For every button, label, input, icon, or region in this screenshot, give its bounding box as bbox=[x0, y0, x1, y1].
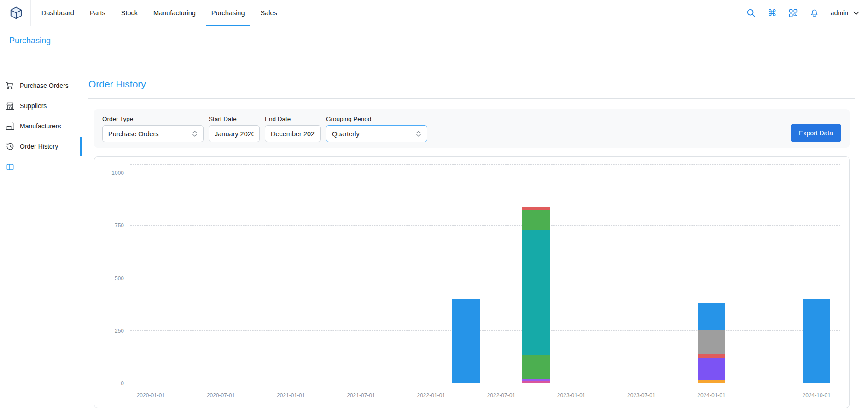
order-type-field: Order Type Purchase Orders bbox=[102, 116, 204, 142]
start-date-label: Start Date bbox=[209, 116, 260, 122]
chevron-up-down-icon bbox=[192, 130, 198, 137]
end-date-input[interactable] bbox=[265, 125, 321, 142]
shopping-cart-icon bbox=[6, 81, 15, 90]
search-icon[interactable] bbox=[746, 8, 756, 18]
sidebar: Purchase Orders Suppliers bbox=[0, 55, 81, 417]
end-date-field: End Date bbox=[265, 116, 321, 142]
sidebar-item-label: Manufacturers bbox=[20, 122, 61, 130]
order-type-select[interactable]: Purchase Orders bbox=[102, 125, 204, 142]
history-icon bbox=[6, 142, 15, 151]
grouping-period-select[interactable]: Quarterly bbox=[326, 125, 427, 142]
x-tick-label: 2021-01-01 bbox=[277, 392, 305, 399]
sidebar-item-purchase-orders[interactable]: Purchase Orders bbox=[0, 75, 81, 96]
x-tick-label: 2024-10-01 bbox=[803, 392, 831, 399]
breadcrumb-item-purchasing[interactable]: Purchasing bbox=[9, 36, 51, 46]
sidebar-item-label: Purchase Orders bbox=[20, 82, 69, 89]
nav-tab-sales[interactable]: Sales bbox=[252, 0, 285, 26]
user-menu[interactable]: admin bbox=[831, 9, 860, 17]
barcode-scan-icon[interactable] bbox=[788, 8, 798, 18]
bar-segment-green bbox=[522, 355, 550, 379]
title-divider bbox=[88, 98, 855, 99]
y-tick-label: 0 bbox=[121, 380, 124, 387]
y-gridline-1000 bbox=[130, 173, 840, 173]
y-tick-label: 1000 bbox=[111, 170, 124, 176]
bar-segment-red bbox=[698, 354, 725, 358]
grouping-period-label: Grouping Period bbox=[326, 116, 427, 122]
chevron-up-down-icon bbox=[416, 130, 421, 137]
y-gridline-0 bbox=[130, 383, 840, 383]
sidebar-item-order-history[interactable]: Order History bbox=[0, 136, 81, 156]
y-gridline-250 bbox=[130, 330, 840, 331]
x-tick-label: 2024-01-01 bbox=[697, 392, 725, 399]
sidebar-collapse-icon[interactable] bbox=[6, 163, 14, 171]
x-tick-label: 2022-01-01 bbox=[417, 392, 445, 399]
chevron-down-icon bbox=[853, 11, 860, 16]
nav-tab-dashboard[interactable]: Dashboard bbox=[34, 0, 82, 26]
chart-top-gridline bbox=[130, 164, 840, 165]
top-navbar: Dashboard Parts Stock Manufacturing Purc… bbox=[0, 0, 868, 26]
export-data-button[interactable]: Export Data bbox=[791, 124, 841, 142]
nav-tab-parts[interactable]: Parts bbox=[82, 0, 113, 26]
grouping-period-value: Quarterly bbox=[332, 130, 360, 138]
x-tick-label: 2022-07-01 bbox=[487, 392, 515, 399]
sidebar-item-suppliers[interactable]: Suppliers bbox=[0, 96, 81, 116]
nav-tab-stock[interactable]: Stock bbox=[113, 0, 146, 26]
bar-2024-10-01[interactable] bbox=[803, 299, 830, 383]
building-factory-icon bbox=[6, 122, 15, 131]
chart-plot-area: 025050075010002020-01-012020-07-012021-0… bbox=[130, 164, 840, 383]
x-tick-label: 2020-01-01 bbox=[137, 392, 165, 399]
filter-panel: Order Type Purchase Orders Start Date En… bbox=[94, 109, 850, 148]
nav-tab-manufacturing[interactable]: Manufacturing bbox=[146, 0, 204, 26]
bar-segment-red bbox=[522, 207, 550, 210]
y-tick-label: 500 bbox=[115, 275, 124, 282]
x-tick-label: 2023-01-01 bbox=[557, 392, 585, 399]
x-tick-label: 2023-07-01 bbox=[627, 392, 655, 399]
bar-segment-green-2 bbox=[522, 210, 550, 230]
bar-2022-10-01[interactable] bbox=[522, 207, 550, 383]
bar-segment-blue bbox=[803, 299, 830, 383]
username-label: admin bbox=[831, 9, 848, 17]
main-content: Order History Order Type Purchase Orders… bbox=[81, 55, 868, 417]
start-date-field: Start Date bbox=[209, 116, 260, 142]
end-date-label: End Date bbox=[265, 116, 321, 122]
bar-segment-violet bbox=[698, 358, 725, 380]
bar-2024-01-01[interactable] bbox=[698, 303, 725, 383]
notifications-bell-icon[interactable] bbox=[810, 8, 819, 18]
y-gridline-750 bbox=[130, 225, 840, 226]
building-store-icon bbox=[6, 101, 15, 110]
bar-segment-blue bbox=[452, 299, 480, 383]
y-tick-label: 250 bbox=[115, 328, 124, 334]
order-type-label: Order Type bbox=[102, 116, 204, 122]
chart-panel: 025050075010002020-01-012020-07-012021-0… bbox=[94, 156, 850, 408]
bar-segment-pink bbox=[522, 381, 550, 383]
start-date-input[interactable] bbox=[209, 125, 260, 142]
order-type-value: Purchase Orders bbox=[108, 130, 159, 138]
grouping-period-field: Grouping Period Quarterly bbox=[326, 116, 427, 142]
breadcrumb: Purchasing bbox=[0, 26, 868, 55]
nav-tab-purchasing[interactable]: Purchasing bbox=[204, 0, 253, 26]
x-tick-label: 2020-07-01 bbox=[207, 392, 235, 399]
bar-segment-gray bbox=[698, 330, 725, 354]
bar-segment-orange bbox=[698, 380, 725, 383]
navbar-actions: ⌘ admin bbox=[746, 8, 860, 18]
main-nav-tabs: Dashboard Parts Stock Manufacturing Purc… bbox=[30, 0, 288, 26]
command-palette-icon[interactable]: ⌘ bbox=[768, 8, 777, 17]
page-title: Order History bbox=[88, 77, 855, 91]
sidebar-item-label: Order History bbox=[20, 143, 58, 150]
bar-segment-teal bbox=[522, 230, 550, 355]
bar-segment-blue bbox=[698, 303, 725, 330]
bar-2022-04-01[interactable] bbox=[452, 299, 480, 383]
y-gridline-500 bbox=[130, 278, 840, 278]
app-logo-icon[interactable] bbox=[8, 5, 24, 21]
y-tick-label: 750 bbox=[115, 222, 124, 229]
sidebar-item-label: Suppliers bbox=[20, 102, 47, 110]
sidebar-item-manufacturers[interactable]: Manufacturers bbox=[0, 116, 81, 136]
x-tick-label: 2021-07-01 bbox=[347, 392, 375, 399]
